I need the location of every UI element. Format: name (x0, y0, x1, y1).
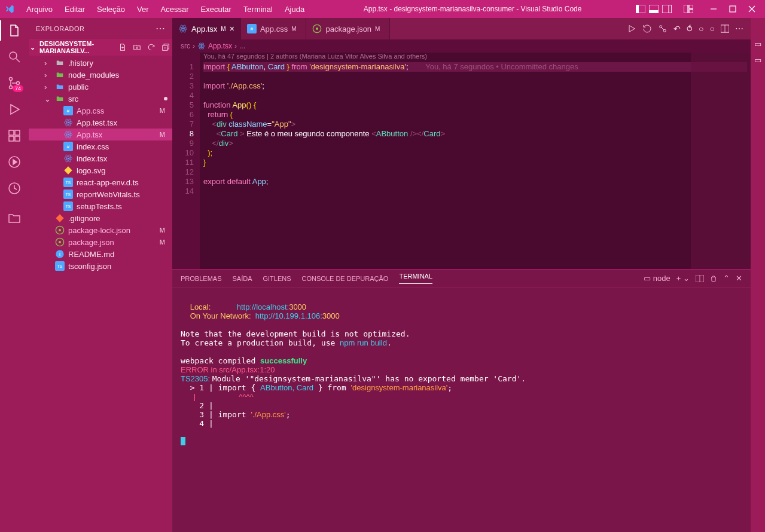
run-debug-icon[interactable] (7, 102, 22, 117)
menu-selecao[interactable]: Seleção (92, 2, 130, 16)
tab-app-tsx[interactable]: App.tsx M× (172, 18, 241, 39)
kill-terminal-icon[interactable] (710, 274, 717, 283)
svg-point-76 (201, 45, 202, 47)
split-terminal-icon[interactable] (696, 275, 704, 282)
editor-actions: ↶ ⥀ ○ ○ ⋯ (620, 18, 751, 39)
menu-terminal[interactable]: Terminal (239, 2, 278, 16)
tree-item-readme-md[interactable]: iREADME.md (29, 248, 172, 260)
git-status: M (160, 227, 165, 234)
tree-item-app-tsx[interactable]: App.tsxM (29, 129, 172, 140)
sidebar-more-icon[interactable]: ⋯ (156, 23, 166, 34)
tree-item-label: README.md (68, 250, 167, 259)
new-folder-icon[interactable] (133, 43, 141, 51)
tree-item-public[interactable]: ›public (29, 81, 172, 93)
extensions-icon[interactable] (7, 128, 22, 143)
panel-tab-gitlens[interactable]: GITLENS (263, 275, 291, 282)
crumb-more[interactable]: ... (239, 42, 245, 50)
tab-app-css[interactable]: #App.css M (241, 18, 307, 39)
customize-layout-icon[interactable] (684, 5, 693, 13)
terminal[interactable]: Local: http://localhost:3000 On Your Net… (172, 288, 751, 532)
tree-item-index-tsx[interactable]: index.tsx (29, 152, 172, 164)
folder-icon[interactable] (7, 210, 22, 226)
menu-executar[interactable]: Executar (196, 2, 236, 16)
breadcrumb[interactable]: src › App.tsx › ... (172, 39, 751, 53)
open-changes-icon[interactable]: ↶ (673, 24, 681, 33)
menu-arquivo[interactable]: Arquivo (22, 2, 57, 16)
sidebar-header: EXPLORADOR ⋯ (29, 18, 172, 39)
refresh-icon[interactable] (147, 43, 156, 51)
tree-item--history[interactable]: ›.history (29, 57, 172, 69)
toggle-secondary-sidebar-icon[interactable] (662, 5, 672, 13)
live-share-icon[interactable] (7, 154, 22, 170)
tree-item-package-json[interactable]: package.jsonM (29, 236, 172, 248)
panel-tab-saida[interactable]: SAÍDA (232, 275, 252, 282)
menu-editar[interactable]: Editar (60, 2, 90, 16)
collapse-all-icon[interactable] (161, 43, 170, 51)
panel-tab-terminal[interactable]: TERMINAL (399, 273, 432, 284)
source-control-icon[interactable]: 74 (7, 75, 22, 91)
history-icon[interactable] (642, 24, 652, 33)
tree-item-tsconfig-json[interactable]: TStsconfig.json (29, 260, 172, 272)
maximize-panel-icon[interactable]: ⌃ (723, 274, 730, 283)
new-terminal-icon[interactable]: + ⌄ (676, 274, 690, 283)
file-action-icon[interactable]: ○ (699, 24, 703, 33)
toggle-panel-icon[interactable] (649, 5, 659, 13)
code-lens[interactable]: You, há 47 segundos | 2 authors (Mariana… (203, 53, 747, 62)
explorer-icon[interactable] (7, 23, 22, 38)
search-icon[interactable] (7, 49, 22, 65)
crumb-src[interactable]: src (181, 42, 190, 50)
link-icon[interactable]: ⥀ (687, 24, 693, 33)
crumb-file[interactable]: App.tsx (208, 42, 232, 50)
panel-tab-console[interactable]: CONSOLE DE DEPURAÇÃO (302, 275, 389, 282)
tab-package-json[interactable]: package.json M (306, 18, 390, 39)
code-editor[interactable]: 1234567891011121314 You, há 47 segundos … (172, 53, 751, 269)
minimap[interactable] (691, 53, 751, 269)
split-icon[interactable] (721, 25, 729, 33)
more-actions-icon[interactable]: ⋯ (735, 24, 743, 33)
tree-item--gitignore[interactable]: .gitignore (29, 212, 172, 224)
svg-rect-6 (684, 5, 688, 13)
svg-marker-18 (11, 105, 19, 114)
svg-point-17 (17, 82, 20, 85)
code-content[interactable]: You, há 47 segundos | 2 authors (Mariana… (200, 53, 751, 269)
tree-item-app-css[interactable]: #App.cssM (29, 105, 172, 117)
tree-item-setuptests-ts[interactable]: TSsetupTests.ts (29, 200, 172, 212)
svg-text:#: # (67, 144, 70, 149)
menu-acessar[interactable]: Acessar (156, 2, 194, 16)
npm-icon (55, 237, 65, 247)
tree-item-label: tsconfig.json (68, 262, 167, 271)
close-tab-icon[interactable]: × (230, 24, 234, 33)
new-file-icon[interactable] (118, 43, 127, 51)
tree-item-package-lock-json[interactable]: package-lock.jsonM (29, 224, 172, 236)
react-icon (63, 118, 73, 127)
preview-icon[interactable]: ○ (710, 24, 715, 33)
css-icon: # (63, 106, 73, 115)
close-window-icon[interactable] (748, 5, 755, 13)
run-icon[interactable] (627, 24, 636, 33)
tree-item-logo-svg[interactable]: logo.svg (29, 164, 172, 176)
tree-item-react-app-env-d-ts[interactable]: TSreact-app-env.d.ts (29, 176, 172, 188)
tree-item-src[interactable]: ⌄src (29, 93, 172, 105)
svg-point-69 (316, 27, 318, 30)
maximize-icon[interactable] (729, 5, 736, 13)
menu-ver[interactable]: Ver (132, 2, 154, 16)
tree-item-label: .gitignore (68, 214, 167, 223)
rail-icon-1[interactable]: ▭ (754, 39, 761, 48)
compare-icon[interactable] (658, 24, 668, 33)
tree-item-app-test-tsx[interactable]: App.test.tsx (29, 117, 172, 129)
toggle-primary-sidebar-icon[interactable] (636, 5, 645, 13)
menu-ajuda[interactable]: Ajuda (280, 2, 309, 16)
sidebar-section[interactable]: ⌄ DESIGNSYSTEM-MARIANASILV... (29, 39, 172, 56)
panel-tab-problemas[interactable]: PROBLEMAS (181, 275, 221, 282)
svg-text:#: # (251, 26, 254, 32)
close-panel-icon[interactable]: ✕ (736, 274, 742, 283)
tree-item-label: App.test.tsx (77, 118, 167, 127)
terminal-profile[interactable]: ▭ node (644, 274, 670, 283)
tree-item-index-css[interactable]: #index.css (29, 140, 172, 152)
rail-icon-2[interactable]: ▭ (754, 56, 761, 65)
tree-item-reportwebvitals-ts[interactable]: TSreportWebVitals.ts (29, 188, 172, 200)
minimize-icon[interactable] (710, 5, 717, 13)
react-icon (63, 154, 73, 163)
timeline-icon[interactable] (7, 181, 22, 196)
tree-item-node_modules[interactable]: ›node_modules (29, 69, 172, 81)
